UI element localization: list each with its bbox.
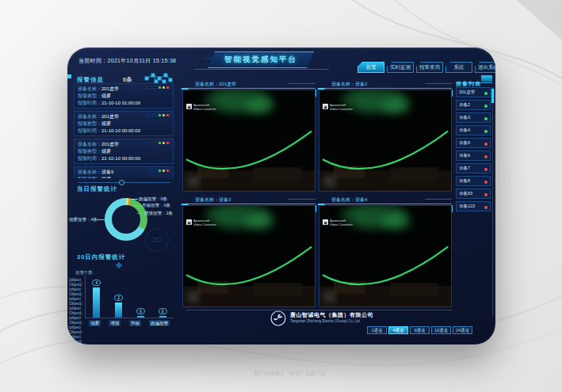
watermark-line2: Video Converter	[330, 108, 353, 112]
bar	[93, 287, 100, 318]
nav-tab[interactable]: 首页	[357, 62, 384, 73]
dashboard: 当前时间：2021年10月11日 15:15:38 智能视觉感知平台 首页 实时…	[67, 48, 495, 344]
right-scroll-thumb[interactable]	[491, 89, 494, 103]
alarm-level-indicator	[147, 169, 170, 172]
video-panel[interactable]: 设备名称：设备4	[319, 195, 452, 307]
video-device-name: 设备名称：201皮带	[195, 81, 236, 88]
y-axis-ticks: [object Object][object Object][object Ob…	[75, 277, 82, 318]
alarm-type-value: 烟雾	[101, 93, 111, 100]
alarm-time-value: 21-10-10 00:00:00	[101, 127, 140, 135]
today-stats-title: 当日报警统计	[77, 185, 117, 193]
device-list-item[interactable]: 设备53	[456, 188, 491, 199]
video-panel-header: 设备名称：设备2	[319, 79, 452, 89]
alarm-card[interactable]: 设备名称：201皮带 报警类型：烟雾 报警时间：21-10-10 01:00:0…	[74, 83, 174, 108]
alarm-card[interactable]: 设备名称：201皮带 报警类型：烟雾 报警时间：21-10-10 00:00:0…	[74, 111, 174, 136]
y-tick: [object Object]	[69, 306, 82, 315]
device-name-label: 设备名称：	[78, 113, 101, 120]
watermark-icon: ▣	[186, 104, 192, 109]
device-list-item[interactable]: 设备5	[456, 138, 491, 148]
slider-knob[interactable]	[119, 180, 124, 185]
legend-connector	[131, 199, 138, 200]
device-status-dot	[484, 130, 487, 133]
current-time: 当前时间：2021年10月11日 15:15:38	[78, 57, 176, 65]
video-watermark: ▣ Apowersoft Video Converter	[186, 219, 216, 226]
device-list-item[interactable]: 201皮带	[456, 87, 491, 97]
corner-accent	[67, 74, 71, 78]
video-device-name: 设备名称：设备2	[331, 81, 367, 88]
device-list-item[interactable]: 设备123	[456, 201, 491, 211]
right-scroll-track	[492, 87, 493, 317]
desktop-background: 当前时间：2021年10月11日 15:15:38 智能视觉感知平台 首页 实时…	[0, 0, 562, 392]
device-list-title: 设备列表	[456, 81, 481, 86]
video-device-name: 设备名称：设备3	[195, 196, 231, 204]
bar-value-label: 4	[92, 280, 101, 286]
device-name: 设备3	[459, 115, 470, 120]
nav-tab[interactable]: 实时监测	[387, 62, 414, 73]
nav-tab[interactable]: 退出系统	[475, 62, 495, 73]
company-name-cn: 唐山智诚电气（集团）有限公司	[290, 311, 373, 319]
device-list-item[interactable]: 设备2	[456, 100, 491, 110]
alarm-type-value: 堆煤	[101, 176, 111, 178]
watermark-icon: ▣	[323, 104, 328, 109]
nav-tab[interactable]: 系统	[445, 62, 472, 73]
channel-button[interactable]: 24通道	[453, 326, 472, 334]
channel-switcher: 1通道 4通道 9通道 16通道 24通道	[367, 326, 472, 334]
company-logo	[270, 310, 286, 326]
bar-value-label: 0	[159, 308, 167, 314]
nav-tab[interactable]: 报警查询	[416, 62, 443, 73]
channel-button[interactable]: 4通道	[388, 326, 408, 334]
device-list-item[interactable]: 设备4	[456, 125, 491, 135]
alarm-type-label: 报警类型：	[78, 148, 101, 155]
platform-title-banner: 智能视觉感知平台	[208, 51, 314, 68]
watermark-icon: ▣	[186, 219, 192, 225]
device-list-tab-accent	[481, 75, 492, 82]
channel-button[interactable]: 9通道	[410, 326, 430, 334]
device-status-dot	[484, 143, 487, 146]
video-watermark: ▣ Apowersoft Video Converter	[323, 219, 353, 226]
device-status-dot	[484, 168, 487, 171]
video-panel[interactable]: 设备名称：201皮带	[182, 79, 315, 192]
device-list-item[interactable]: 设备6	[456, 150, 491, 161]
page-title: 智能视觉感知平台	[224, 55, 297, 65]
category-label: 跑偏报警	[149, 320, 170, 326]
video-panel-header: 设备名称：设备4	[319, 195, 452, 204]
device-list-item[interactable]: 设备8	[456, 176, 491, 186]
legend-connector	[134, 205, 141, 206]
device-name-value: 201皮带	[101, 113, 119, 120]
bar-column: 2	[109, 295, 128, 318]
alarm-type-label: 报警类型：	[78, 93, 101, 100]
device-name-value: 201皮带	[101, 141, 119, 148]
device-status-dot	[484, 155, 487, 158]
video-panel[interactable]: 设备名称：设备2	[319, 79, 452, 192]
alarm-type-value: 烟雾	[101, 148, 111, 155]
legend-foreign-object: 异物报警：0条	[142, 203, 170, 208]
channel-button[interactable]: 1通道	[367, 326, 387, 334]
device-name: 设备4	[459, 127, 470, 133]
alarm-card[interactable]: 设备名称：设备5 报警类型：堆煤 报警时间：21-10-10 00:00:00	[74, 166, 174, 178]
video-panel-header: 设备名称：设备3	[182, 195, 315, 204]
alarm-type-value: 烟雾	[101, 120, 111, 127]
device-list: 201皮带 设备2 设备3 设备4	[456, 87, 491, 214]
video-frame: ▣ Apowersoft Video Converter	[319, 89, 452, 192]
y-tick: [object Object]	[69, 325, 82, 334]
device-name: 设备2	[459, 102, 470, 108]
bar-value-label: 2	[114, 295, 123, 301]
bar-chart-categories: 烟雾堆煤异物跑偏报警	[85, 320, 174, 326]
legend-deviation: 跑偏报警：0条	[139, 196, 167, 202]
device-list-item[interactable]: 设备7	[456, 163, 491, 173]
footer-divider	[186, 310, 453, 310]
alarm-type-label: 报警类型：	[78, 176, 101, 178]
watermark-icon: ▣	[323, 219, 328, 225]
alarm-card[interactable]: 设备名称：201皮带 报警类型：烟雾 报警时间：21-10-10 00:00:0…	[74, 139, 174, 164]
device-list-item[interactable]: 设备3	[456, 112, 491, 123]
device-status-dot	[484, 92, 487, 95]
channel-button[interactable]: 16通道	[431, 326, 451, 334]
video-frame: ▣ Apowersoft Video Converter	[319, 205, 452, 307]
video-frame: ▣ Apowersoft Video Converter	[182, 205, 315, 307]
video-panel[interactable]: 设备名称：设备3	[182, 195, 315, 307]
device-name-label: 设备名称：	[78, 86, 101, 93]
watermark-line2: Video Converter	[193, 108, 216, 112]
bar	[137, 316, 144, 318]
alarm-type-label: 报警类型：	[78, 120, 101, 127]
main-nav: 首页 实时监测 报警查询 系统 退出系统	[357, 62, 495, 74]
